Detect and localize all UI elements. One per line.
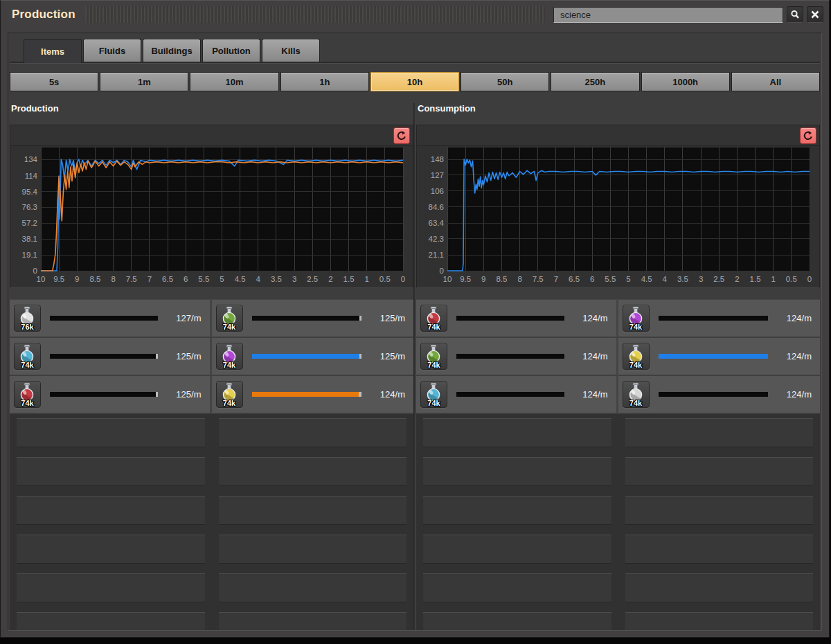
- x-tick-label: 0: [807, 275, 812, 283]
- consumption-bar: [456, 316, 564, 321]
- consumption-bar-fill: [456, 354, 564, 359]
- item-row: 74k125/m: [10, 376, 212, 414]
- item-icon-button[interactable]: 74k: [420, 305, 447, 332]
- x-tick-label: 7: [148, 275, 152, 283]
- production-item-rows: 76k127/m 74k125/m 74k125/m 74k125/m 74k1…: [10, 299, 413, 414]
- time-range-1h[interactable]: 1h: [280, 72, 369, 91]
- y-tick-label: 19.1: [22, 251, 37, 259]
- production-bar: [252, 316, 362, 321]
- time-range-all[interactable]: All: [731, 72, 820, 91]
- item-count-badge: 74k: [217, 399, 242, 407]
- rate-label: 125/m: [370, 351, 405, 361]
- item-icon-button[interactable]: 74k: [216, 381, 243, 408]
- item-icon-button[interactable]: 74k: [623, 305, 650, 332]
- tab-fluids[interactable]: Fluids: [83, 39, 141, 62]
- rate-label: 127/m: [167, 313, 202, 323]
- y-tick-label: 134: [24, 155, 38, 163]
- time-range-50h[interactable]: 50h: [461, 72, 549, 91]
- reset-chart-button[interactable]: [393, 127, 410, 144]
- production-bar-fill: [50, 354, 156, 359]
- time-range-10h[interactable]: 10h: [370, 72, 459, 91]
- item-count-badge: 74k: [421, 399, 447, 407]
- tab-kills[interactable]: Kills: [262, 39, 320, 62]
- time-range-5s[interactable]: 5s: [10, 72, 98, 91]
- production-bar: [50, 316, 158, 321]
- empty-row-slot: [423, 535, 611, 564]
- x-tick-label: 0.5: [786, 275, 797, 283]
- rate-label: 124/m: [777, 313, 812, 323]
- production-chart-legend-bar: [10, 125, 413, 146]
- reset-icon: [396, 130, 407, 141]
- x-tick-label: 5: [626, 275, 630, 283]
- empty-row-slot: [17, 418, 205, 447]
- item-row: 74k124/m: [212, 376, 414, 414]
- item-icon-button[interactable]: 74k: [14, 381, 41, 408]
- item-row: 74k124/m: [618, 338, 821, 376]
- item-icon-button[interactable]: 74k: [623, 343, 650, 370]
- item-count-badge: 74k: [421, 361, 447, 369]
- time-range-10m[interactable]: 10m: [190, 72, 278, 91]
- x-tick-label: 7.5: [533, 275, 544, 283]
- empty-row-slot: [17, 457, 205, 486]
- x-tick-label: 5: [220, 275, 224, 283]
- x-tick-label: 3.5: [271, 275, 282, 283]
- x-tick-label: 7: [554, 275, 558, 283]
- item-row: 74k124/m: [618, 376, 821, 414]
- y-tick-label: 63.4: [429, 219, 445, 227]
- empty-row-cell: [10, 608, 212, 631]
- item-icon-button[interactable]: 76k: [14, 305, 41, 332]
- consumption-chart-block: 021.142.363.484.6106127148109.598.587.57…: [416, 125, 820, 288]
- x-tick-label: 5.5: [605, 275, 616, 283]
- x-tick-label: 1: [364, 275, 368, 283]
- consumption-panel: Consumption 021.142.363.484.610612714810…: [416, 103, 820, 631]
- item-count-badge: 74k: [15, 399, 40, 407]
- empty-row-cell: [10, 492, 212, 530]
- item-icon-button[interactable]: 74k: [14, 343, 41, 370]
- search-input[interactable]: [553, 7, 783, 23]
- rate-label: 125/m: [370, 313, 405, 323]
- tab-strip: ItemsFluidsBuildingsPollutionKills: [24, 39, 820, 62]
- tab-pollution[interactable]: Pollution: [202, 39, 260, 62]
- titlebar-drag-handle[interactable]: [85, 6, 545, 23]
- item-icon-button[interactable]: 74k: [420, 343, 447, 370]
- tab-buildings[interactable]: Buildings: [143, 39, 201, 62]
- content-panel: ItemsFluidsBuildingsPollutionKills 5s1m1…: [8, 33, 822, 631]
- tab-items[interactable]: Items: [24, 39, 82, 63]
- x-tick-label: 2: [328, 275, 332, 283]
- rate-label: 125/m: [167, 351, 202, 361]
- time-range-1m[interactable]: 1m: [100, 72, 188, 91]
- time-range-row: 5s1m10m1h10h50h250h1000hAll: [10, 72, 820, 91]
- item-row: 74k124/m: [416, 300, 618, 338]
- empty-row-cell: [416, 492, 618, 530]
- consumption-bar-fill: [659, 392, 769, 397]
- production-bar-fill: [50, 392, 156, 397]
- empty-row-cell: [416, 530, 618, 569]
- item-icon-button[interactable]: 74k: [216, 305, 243, 332]
- consumption-bar-fill: [456, 316, 564, 321]
- empty-row-slot: [625, 457, 814, 486]
- consumption-bar: [659, 316, 769, 321]
- x-tick-label: 3.5: [677, 275, 688, 283]
- item-icon-button[interactable]: 74k: [216, 343, 243, 370]
- time-range-1000h[interactable]: 1000h: [641, 72, 730, 91]
- reset-icon: [803, 130, 814, 141]
- reset-chart-button[interactable]: [800, 127, 816, 144]
- y-tick-label: 0: [440, 267, 444, 275]
- production-window: Production ItemsFluidsBuildingsPollution…: [0, 0, 830, 638]
- item-icon-button[interactable]: 74k: [623, 381, 650, 408]
- rate-label: 124/m: [777, 351, 812, 361]
- x-tick-label: 9.5: [53, 275, 64, 283]
- time-range-250h[interactable]: 250h: [551, 72, 639, 91]
- x-tick-label: 2: [735, 275, 739, 283]
- item-icon-button[interactable]: 74k: [420, 381, 447, 408]
- empty-row-cell: [618, 453, 821, 492]
- empty-row-slot: [625, 612, 814, 631]
- search-button[interactable]: [787, 6, 803, 23]
- empty-row-slot: [219, 496, 407, 525]
- item-row: 74k124/m: [416, 338, 618, 376]
- close-button[interactable]: [807, 6, 823, 23]
- empty-row-cell: [212, 453, 414, 492]
- empty-row-cell: [212, 608, 414, 631]
- y-tick-label: 57.2: [22, 219, 37, 227]
- consumption-bar-fill: [456, 392, 564, 397]
